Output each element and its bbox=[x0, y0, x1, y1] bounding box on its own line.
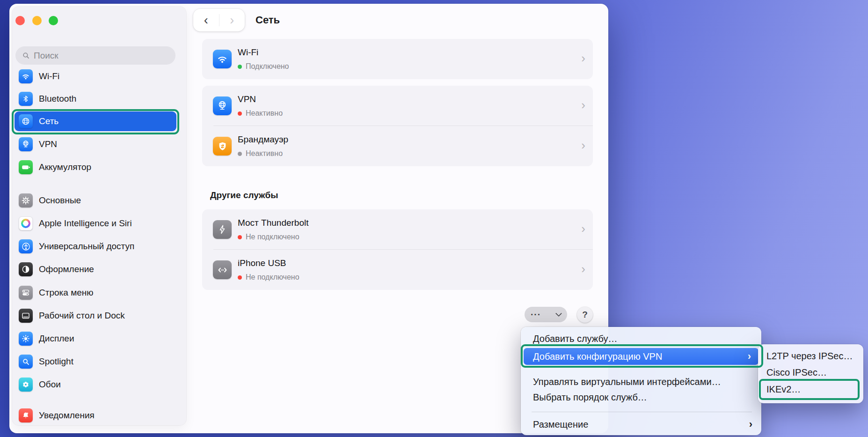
service-status: Неактивно bbox=[246, 149, 283, 158]
forward-button[interactable]: › bbox=[219, 10, 245, 30]
menubar-toggles-icon bbox=[19, 286, 33, 300]
sidebar-item-accessibility[interactable]: Универсальный доступ bbox=[15, 237, 176, 256]
search-placeholder: Поиск bbox=[34, 51, 58, 61]
apple-intelligence-icon bbox=[19, 216, 33, 230]
sidebar-item-label: Spotlight bbox=[39, 356, 73, 367]
sidebar-item-network[interactable]: Сеть bbox=[15, 111, 176, 131]
sidebar-item-desktop-dock[interactable]: Рабочий стол и Dock bbox=[15, 306, 176, 326]
vpn-type-submenu: L2TP через IPSec… Cisco IPSec… IKEv2… bbox=[758, 344, 863, 403]
sidebar-item-label: Обои bbox=[39, 379, 61, 390]
menu-item-manage-virtual-interfaces[interactable]: Управлять виртуальными интерфейсами… bbox=[533, 377, 721, 387]
firewall-shield-icon bbox=[213, 137, 232, 156]
thunderbolt-icon bbox=[213, 220, 232, 239]
menu-item-locations[interactable]: Размещение bbox=[533, 419, 588, 430]
submenu-item-ikev2[interactable]: IKEv2… bbox=[766, 384, 801, 395]
vpn-firewall-card: VPN Неактивно › Брандмауэр Неактивно › bbox=[202, 86, 593, 166]
help-button[interactable]: ? bbox=[577, 307, 593, 323]
menu-item-set-service-order[interactable]: Выбрать порядок служб… bbox=[533, 392, 647, 403]
globe-icon bbox=[19, 114, 33, 128]
submenu-item-l2tp[interactable]: L2TP через IPSec… bbox=[766, 351, 853, 362]
sidebar-item-wifi[interactable]: Wi-Fi bbox=[15, 67, 176, 86]
sidebar-item-label: Аккумулятор bbox=[39, 162, 91, 172]
sidebar-item-wallpaper[interactable]: Обои bbox=[15, 375, 176, 394]
appearance-icon bbox=[19, 262, 33, 276]
status-dot bbox=[238, 235, 242, 239]
desktop-dock-icon bbox=[19, 309, 33, 323]
back-button[interactable]: ‹ bbox=[193, 10, 219, 30]
nav-buttons: ‹ › bbox=[193, 9, 245, 31]
sidebar-item-appearance[interactable]: Оформление bbox=[15, 259, 176, 279]
sidebar-item-vpn[interactable]: VPN bbox=[15, 134, 176, 154]
sidebar-item-label: Apple Intelligence и Siri bbox=[39, 218, 132, 229]
sidebar-item-battery[interactable]: Аккумулятор bbox=[15, 157, 176, 177]
sidebar-item-label: Рабочий стол и Dock bbox=[39, 311, 125, 321]
sidebar-item-label: Bluetooth bbox=[39, 94, 76, 104]
sidebar-item-label: Уведомления bbox=[39, 410, 95, 421]
sidebar-item-menubar[interactable]: Строка меню bbox=[15, 283, 176, 303]
chevron-right-icon: › bbox=[581, 138, 585, 153]
service-status: Неактивно bbox=[246, 109, 283, 118]
network-row-wifi[interactable]: Wi-Fi Подключено › bbox=[202, 39, 593, 79]
sidebar-item-label: Дисплеи bbox=[39, 333, 74, 344]
sidebar-item-label: Основные bbox=[39, 195, 81, 206]
sidebar-item-label: Оформление bbox=[39, 264, 94, 274]
close-window-button[interactable] bbox=[15, 16, 25, 25]
status-dot bbox=[238, 65, 242, 69]
service-title: iPhone USB bbox=[238, 258, 286, 268]
search-input[interactable]: Поиск bbox=[15, 46, 175, 65]
desktop-background: Поиск Wi-Fi Bluetooth Сеть VPN Аккумулят… bbox=[0, 0, 868, 437]
accessibility-icon bbox=[19, 239, 33, 253]
sidebar-item-bluetooth[interactable]: Bluetooth bbox=[15, 89, 176, 109]
wifi-icon bbox=[19, 69, 33, 83]
network-row-firewall[interactable]: Брандмауэр Неактивно › bbox=[202, 126, 593, 166]
sidebar-item-general[interactable]: Основные bbox=[15, 191, 176, 210]
sidebar-item-label: Wi-Fi bbox=[39, 71, 59, 81]
wifi-icon bbox=[213, 50, 232, 68]
menu-item-label: Добавить конфигурацию VPN bbox=[533, 351, 662, 362]
chevron-right-icon: › bbox=[581, 262, 585, 276]
question-mark-icon: ? bbox=[582, 310, 588, 320]
service-status: Не подключено bbox=[246, 273, 299, 281]
chevron-right-icon: › bbox=[581, 98, 585, 112]
minimize-window-button[interactable] bbox=[32, 16, 42, 25]
flower-icon bbox=[19, 378, 33, 392]
status-dot bbox=[238, 152, 242, 156]
service-title: VPN bbox=[238, 94, 256, 104]
vpn-globe-icon bbox=[19, 137, 33, 151]
service-status: Не подключено bbox=[246, 233, 299, 241]
submenu-item-cisco[interactable]: Cisco IPSec… bbox=[766, 367, 827, 378]
sidebar-item-label: Строка меню bbox=[39, 288, 94, 298]
battery-icon bbox=[19, 160, 33, 174]
chevron-down-icon bbox=[555, 310, 562, 317]
sun-icon bbox=[19, 332, 33, 346]
sidebar-item-label: Универсальный доступ bbox=[39, 241, 134, 252]
submenu-arrow-icon: › bbox=[749, 418, 752, 430]
network-row-vpn[interactable]: VPN Неактивно › bbox=[202, 86, 593, 126]
more-options-button[interactable]: ··· bbox=[525, 307, 567, 322]
context-menu: Добавить службу… Добавить конфигурацию V… bbox=[521, 327, 761, 435]
wifi-card: Wi-Fi Подключено › bbox=[202, 39, 593, 79]
menu-item-add-vpn-configuration[interactable]: Добавить конфигурацию VPN › bbox=[524, 348, 759, 365]
sidebar-item-label: VPN bbox=[39, 139, 57, 149]
ellipsis-icon: ··· bbox=[531, 312, 541, 317]
sidebar-item-apple-intelligence[interactable]: Apple Intelligence и Siri bbox=[15, 214, 176, 233]
other-services-heading: Другие службы bbox=[210, 190, 278, 200]
vpn-globe-icon bbox=[213, 96, 232, 115]
gear-icon bbox=[19, 193, 33, 207]
chevron-right-icon: › bbox=[581, 222, 585, 236]
zoom-window-button[interactable] bbox=[49, 16, 58, 25]
network-row-iphone-usb[interactable]: iPhone USB Не подключено › bbox=[202, 250, 593, 290]
magnifier-icon bbox=[19, 355, 33, 369]
service-title: Брандмауэр bbox=[238, 134, 288, 145]
network-row-thunderbolt[interactable]: Мост Thunderbolt Не подключено › bbox=[202, 209, 593, 250]
status-dot bbox=[238, 275, 242, 280]
sidebar-item-notifications[interactable]: Уведомления bbox=[15, 406, 176, 425]
menu-item-add-service[interactable]: Добавить службу… bbox=[533, 333, 617, 344]
page-title: Сеть bbox=[255, 14, 280, 26]
chevron-right-icon: › bbox=[581, 51, 585, 66]
other-services-card: Мост Thunderbolt Не подключено › iPhone … bbox=[202, 209, 593, 290]
bluetooth-icon bbox=[19, 92, 33, 106]
sidebar-item-displays[interactable]: Дисплеи bbox=[15, 329, 176, 348]
sidebar-item-spotlight[interactable]: Spotlight bbox=[15, 352, 176, 371]
sidebar-item-label: Сеть bbox=[39, 116, 58, 126]
